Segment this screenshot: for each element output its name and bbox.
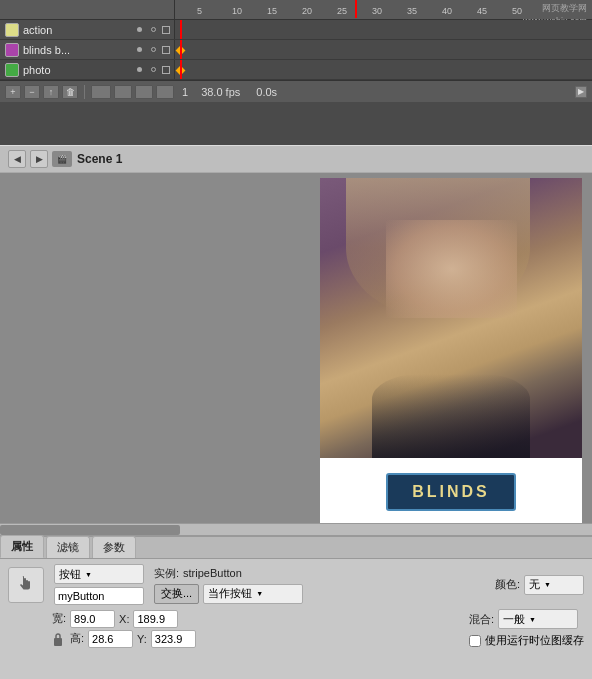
cache-label: 使用运行时位图缓存 [485, 633, 584, 648]
fps-display: 38.0 fps [201, 86, 240, 98]
svg-rect-0 [54, 638, 62, 646]
current-button-dropdown[interactable]: 当作按钮 [203, 584, 303, 604]
insert-frame-btn[interactable] [114, 85, 132, 99]
cache-row: 使用运行时位图缓存 [469, 633, 584, 648]
ruler-mark-5: 5 [197, 6, 202, 16]
layer-label-blinds: blinds b... [23, 44, 70, 56]
playhead-indicator [355, 0, 357, 18]
layer-color-action [5, 23, 19, 37]
layer-lock-dot-3[interactable] [151, 67, 156, 72]
scroll-right-btn[interactable]: ▶ [575, 86, 587, 98]
ruler-mark-10: 10 [232, 6, 242, 16]
x-input[interactable] [133, 610, 178, 628]
layer-color-photo [5, 63, 19, 77]
x-label: X: [119, 613, 129, 625]
y-input[interactable] [151, 630, 196, 648]
props-row-2: 宽: X: 高: Y: [8, 609, 584, 648]
height-label: 高: [70, 631, 84, 646]
ruler-mark-50: 50 [512, 6, 522, 16]
add-layer-button[interactable]: + [5, 85, 21, 99]
layer-vis-dot-2[interactable] [137, 47, 142, 52]
blend-dropdown[interactable]: 一般 [498, 609, 578, 629]
scene-back-button[interactable]: ◀ [8, 150, 26, 168]
exchange-button[interactable]: 交换... [154, 584, 199, 604]
blinds-button[interactable]: BLINDS [386, 473, 516, 511]
layer-vis-dot[interactable] [137, 27, 142, 32]
playhead-line-1 [180, 20, 182, 39]
layer-row-blinds[interactable]: blinds b... [0, 40, 592, 60]
layer-timeline-blinds[interactable] [175, 40, 592, 59]
wh-xy-section: 宽: X: 高: Y: [52, 610, 196, 648]
lock-svg [53, 632, 63, 646]
ruler-mark-25: 25 [337, 6, 347, 16]
scene-name: Scene 1 [77, 152, 122, 166]
color-label: 颜色: [495, 577, 520, 592]
ruler-mark-45: 45 [477, 6, 487, 16]
layer-label-photo: photo [23, 64, 51, 76]
layer-outline-box-3[interactable] [162, 66, 170, 74]
color-dropdown[interactable]: 无 [524, 575, 584, 595]
dress-area [372, 374, 529, 458]
playhead-line-2 [180, 40, 182, 59]
insert-keyframe-btn[interactable] [156, 85, 174, 99]
type-dropdown[interactable]: 按钮 [54, 564, 144, 584]
instance-label: 实例: [154, 566, 179, 581]
instance-name-input[interactable] [54, 587, 144, 605]
tab-properties[interactable]: 属性 [0, 535, 44, 558]
layer-row-photo[interactable]: photo [0, 60, 592, 80]
blend-label: 混合: [469, 612, 494, 627]
layer-outline-box[interactable] [162, 26, 170, 34]
y-label: Y: [137, 633, 147, 645]
delete-layer-button[interactable]: − [24, 85, 40, 99]
instance-value: stripeButton [183, 567, 242, 579]
ruler-mark-35: 35 [407, 6, 417, 16]
blinds-button-container: BLINDS [320, 473, 582, 511]
layer-name-photo[interactable]: photo [0, 60, 175, 79]
ruler-mark-30: 30 [372, 6, 382, 16]
stage-area[interactable]: BLINDS [0, 173, 592, 523]
layer-row-action[interactable]: action [0, 20, 592, 40]
trash-button[interactable]: 🗑 [62, 85, 78, 99]
tab-filters[interactable]: 滤镜 [46, 536, 90, 558]
layer-color-blinds [5, 43, 19, 57]
timeline-bottom-bar: + − ↑ 🗑 1 38.0 fps 0.0s ▶ [0, 80, 592, 102]
horizontal-scrollbar[interactable] [0, 523, 592, 535]
playhead-line-3 [180, 60, 182, 79]
time-display: 0.0s [256, 86, 277, 98]
lock-icon[interactable] [52, 631, 64, 647]
component-icon [8, 567, 44, 603]
layer-outline-box-2[interactable] [162, 46, 170, 54]
delete-frame-btn[interactable] [135, 85, 153, 99]
hand-icon [14, 573, 38, 597]
layer-lock-dot-2[interactable] [151, 47, 156, 52]
scene-forward-button[interactable]: ▶ [30, 150, 48, 168]
current-frame: 1 [182, 86, 188, 98]
scene-bar: ◀ ▶ 🎬 Scene 1 [0, 145, 592, 173]
blend-section: 混合: 一般 使用运行时位图缓存 [469, 609, 584, 648]
layer-name-blinds[interactable]: blinds b... [0, 40, 175, 59]
timeline-panel: 5 10 15 20 25 30 35 40 45 50 网页教学网 www.w… [0, 0, 592, 145]
height-input[interactable] [88, 630, 133, 648]
frame-controls[interactable] [91, 85, 111, 99]
move-up-button[interactable]: ↑ [43, 85, 59, 99]
ruler-mark-40: 40 [442, 6, 452, 16]
layer-timeline-action[interactable] [175, 20, 592, 39]
face-area [386, 220, 517, 318]
tab-params[interactable]: 参数 [92, 536, 136, 558]
layer-name-action[interactable]: action [0, 20, 175, 39]
layer-timeline-photo[interactable] [175, 60, 592, 79]
timeline-controls: + − ↑ 🗑 [5, 85, 78, 99]
layer-vis-dot-3[interactable] [137, 67, 142, 72]
scene-icon: 🎬 [52, 151, 72, 167]
width-input[interactable] [70, 610, 115, 628]
ruler-mark-15: 15 [267, 6, 277, 16]
ruler-mark-20: 20 [302, 6, 312, 16]
photo-image [320, 178, 582, 458]
layer-lock-dot[interactable] [151, 27, 156, 32]
cache-checkbox[interactable] [469, 635, 481, 647]
properties-panel: 属性 滤镜 参数 按钮 [0, 535, 592, 653]
properties-tabs: 属性 滤镜 参数 [0, 537, 592, 559]
layer-label-action: action [23, 24, 52, 36]
props-row-1: 按钮 实例: stripeButton 交换... 当作按钮 [8, 564, 584, 605]
scrollbar-thumb[interactable] [0, 525, 180, 535]
